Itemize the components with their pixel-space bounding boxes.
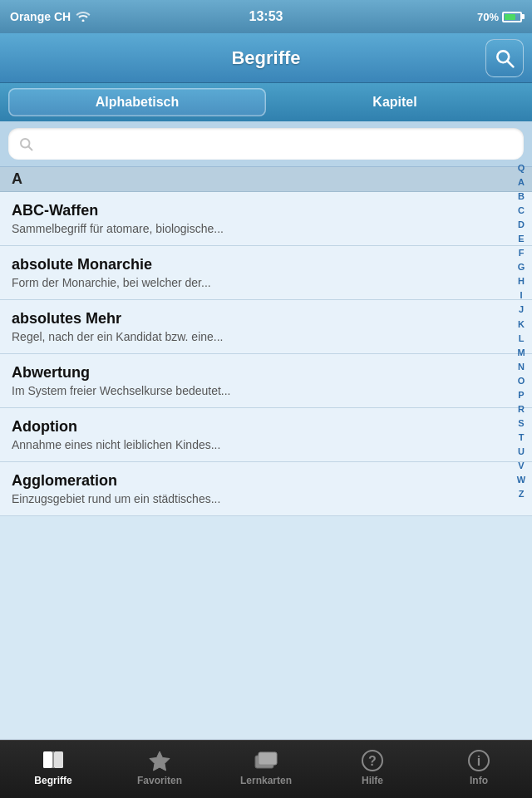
alpha-letter-r[interactable]: R — [510, 402, 532, 416]
list-item-title: ABC-Waffen — [12, 202, 499, 219]
battery-label: 70% — [477, 11, 499, 23]
status-bar: Orange CH 13:53 70% — [0, 0, 532, 33]
alpha-letter-v[interactable]: V — [510, 459, 532, 473]
list-item[interactable]: absolute MonarchieForm der Monarchie, be… — [0, 246, 532, 300]
search-nav-button[interactable] — [485, 39, 524, 77]
section-header-a: A — [0, 167, 532, 192]
alpha-letter-i[interactable]: I — [510, 288, 532, 303]
list-item-title: Abwertung — [12, 364, 499, 382]
list-item-subtitle: Einzugsgebiet rund um ein städtisches... — [12, 492, 499, 505]
svg-line-1 — [507, 61, 513, 66]
alpha-letter-f[interactable]: F — [510, 246, 532, 260]
list-item-subtitle: Im System freier Wechselkurse bedeutet..… — [12, 384, 499, 397]
list-item-title: absolutes Mehr — [12, 310, 499, 328]
search-input[interactable] — [40, 136, 514, 151]
alpha-letter-j[interactable]: J — [510, 303, 532, 317]
alpha-letter-k[interactable]: K — [510, 318, 532, 332]
list-item-title: Adoption — [12, 418, 499, 436]
battery-icon — [502, 12, 522, 22]
alpha-letter-q[interactable]: Q — [510, 161, 532, 175]
list-item-subtitle: Regel, nach der ein Kandidat bzw. eine..… — [12, 330, 499, 343]
tab-begriffe[interactable]: Begriffe — [0, 741, 106, 798]
alpha-letter-w[interactable]: W — [510, 473, 532, 487]
search-icon — [18, 136, 33, 151]
list-item-title: Agglomeration — [12, 472, 499, 490]
alpha-letter-g[interactable]: G — [510, 260, 532, 274]
svg-rect-9 — [259, 752, 277, 765]
list-item-subtitle: Annahme eines nicht leiblichen Kindes... — [12, 438, 499, 451]
tab-label-hilfe: Hilfe — [362, 775, 383, 786]
alpha-letter-o[interactable]: O — [510, 374, 532, 388]
svg-text:i: i — [477, 754, 480, 768]
alpha-letter-e[interactable]: E — [510, 232, 532, 246]
nav-bar: Begriffe — [0, 33, 532, 83]
alpha-letter-s[interactable]: S — [510, 416, 532, 431]
tab-label-begriffe: Begriffe — [34, 775, 71, 786]
nav-title: Begriffe — [231, 47, 300, 69]
alpha-letter-b[interactable]: B — [510, 190, 532, 204]
alpha-letter-a[interactable]: A — [510, 175, 532, 190]
tab-favoriten[interactable]: Favoriten — [106, 741, 213, 798]
tab-info[interactable]: i Info — [426, 741, 532, 798]
alpha-letter-p[interactable]: P — [510, 388, 532, 402]
svg-marker-7 — [150, 751, 170, 771]
search-input-wrapper — [8, 128, 524, 160]
search-bar-container — [0, 121, 532, 167]
svg-rect-6 — [52, 751, 54, 768]
tab-lernkarten[interactable]: Lernkarten — [213, 741, 319, 798]
segment-alphabetisch[interactable]: Alphabetisch — [8, 88, 266, 116]
time-label: 13:53 — [249, 9, 283, 24]
list-item[interactable]: AbwertungIm System freier Wechselkurse b… — [0, 354, 532, 408]
alpha-letter-l[interactable]: L — [510, 332, 532, 346]
question-icon: ? — [358, 749, 387, 772]
svg-rect-5 — [54, 751, 63, 768]
tab-hilfe[interactable]: ? Hilfe — [319, 741, 426, 798]
segment-control: Alphabetisch Kapitel — [0, 83, 532, 121]
list-item[interactable]: ABC-WaffenSammelbegriff für atomare, bio… — [0, 192, 532, 246]
alpha-letter-z[interactable]: Z — [510, 487, 532, 501]
book-icon — [39, 749, 67, 772]
svg-line-3 — [28, 146, 32, 150]
tab-label-lernkarten: Lernkarten — [240, 775, 292, 786]
list-item-title: absolute Monarchie — [12, 256, 499, 273]
tab-label-info: Info — [470, 775, 488, 786]
list-item[interactable]: absolutes MehrRegel, nach der ein Kandid… — [0, 300, 532, 354]
alpha-letter-h[interactable]: H — [510, 274, 532, 288]
tab-bar: Begriffe Favoriten Lernkarten ? Hilfe i … — [0, 740, 532, 798]
list-item[interactable]: AgglomerationEinzugsgebiet rund um ein s… — [0, 462, 532, 516]
list-container[interactable]: AABC-WaffenSammelbegriff für atomare, bi… — [0, 167, 532, 739]
alpha-letter-n[interactable]: N — [510, 360, 532, 374]
alpha-letter-t[interactable]: T — [510, 431, 532, 445]
info-icon: i — [465, 749, 493, 772]
alpha-letter-m[interactable]: M — [510, 346, 532, 360]
list-item-subtitle: Form der Monarchie, bei welcher der... — [12, 276, 499, 289]
wifi-icon — [76, 10, 91, 24]
segment-kapitel[interactable]: Kapitel — [266, 88, 524, 116]
carrier-label: Orange CH — [10, 10, 71, 23]
cards-icon — [252, 749, 280, 772]
star-icon — [145, 749, 174, 772]
svg-rect-4 — [43, 751, 52, 768]
alpha-letter-u[interactable]: U — [510, 445, 532, 459]
list-item-subtitle: Sammelbegriff für atomare, biologische..… — [12, 222, 499, 235]
list-item[interactable]: AdoptionAnnahme eines nicht leiblichen K… — [0, 408, 532, 462]
alpha-sidebar: QABCDEFGHIJKLMNOPRSTUVWZ — [510, 158, 532, 505]
svg-text:?: ? — [368, 754, 377, 768]
tab-label-favoriten: Favoriten — [137, 775, 182, 786]
alpha-letter-d[interactable]: D — [510, 218, 532, 232]
alpha-letter-c[interactable]: C — [510, 204, 532, 218]
